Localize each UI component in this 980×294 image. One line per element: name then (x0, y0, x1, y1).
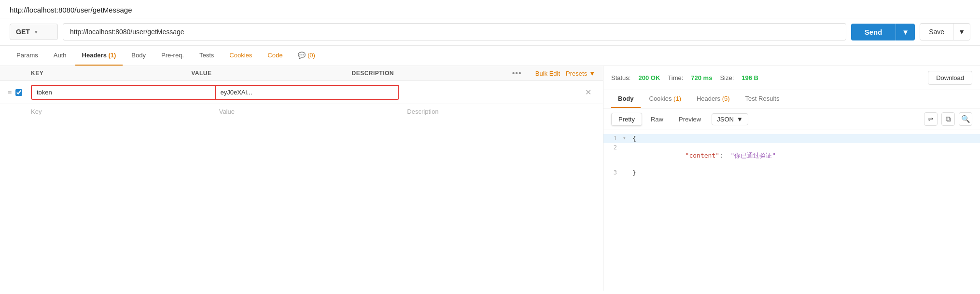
size-label: Size: (720, 74, 734, 81)
tab-headers[interactable]: Headers (1) (75, 46, 123, 66)
tab-auth[interactable]: Auth (47, 46, 73, 66)
tab-message[interactable]: 💬 (0) (291, 46, 322, 66)
response-tab-bar: Body Cookies (1) Headers (5) Test Result… (603, 90, 980, 108)
resp-tab-body[interactable]: Body (611, 90, 641, 108)
tab-code[interactable]: Code (261, 46, 289, 66)
resp-tab-cookies[interactable]: Cookies (1) (643, 90, 688, 108)
presets-button[interactable]: Presets ▼ (566, 70, 595, 77)
save-label: Save (920, 24, 953, 40)
cookies-badge: (1) (673, 95, 681, 102)
header-item-row: ≡ ✕ (0, 81, 603, 104)
message-count: (0) (308, 52, 315, 59)
code-line-3: 3 } (603, 168, 980, 177)
resp-tab-headers[interactable]: Headers (5) (690, 90, 737, 108)
presets-chevron-icon: ▼ (589, 70, 595, 77)
col-dots-spacer: ••• (512, 69, 532, 78)
wrap-icon[interactable]: ⇌ (924, 112, 938, 126)
download-button[interactable]: Download (928, 71, 972, 85)
code-line-1: 1 ▾ { (603, 134, 980, 143)
more-options-icon[interactable]: ••• (512, 69, 522, 77)
response-code-view: 1 ▾ { 2 "content": "你已通过验证" 3 } (603, 130, 980, 291)
collapse-arrow-icon[interactable]: ▾ (623, 135, 630, 141)
response-status-bar: Status: 200 OK Time: 720 ms Size: 196 B … (603, 66, 980, 90)
resp-headers-badge: (5) (722, 95, 730, 102)
toolbar-icons: ⇌ ⧉ 🔍 (924, 112, 972, 126)
method-chevron-icon: ▼ (34, 29, 39, 35)
line-number-2: 2 (603, 144, 623, 151)
line-number-1: 1 (603, 135, 623, 142)
save-dropdown-icon[interactable]: ▼ (953, 24, 970, 40)
drag-handle-icon[interactable]: ≡ (8, 89, 12, 96)
tab-params[interactable]: Params (10, 46, 45, 66)
bulk-edit-button[interactable]: Bulk Edit (535, 70, 560, 77)
size-value: 196 B (742, 74, 758, 81)
empty-header-row: Key Value Description (0, 104, 603, 119)
response-panel: Status: 200 OK Time: 720 ms Size: 196 B … (603, 66, 980, 291)
copy-content-icon: ⧉ (946, 115, 951, 123)
url-bar: http://localhost:8080/user/getMessage (0, 0, 980, 18)
url-input[interactable] (63, 23, 846, 40)
code-content-3: } (630, 169, 980, 176)
empty-key-placeholder[interactable]: Key (31, 108, 219, 115)
search-glyph-icon: 🔍 (961, 115, 970, 123)
code-line-2: 2 "content": "你已通过验证" (603, 143, 980, 168)
request-row: GET ▼ Send ▼ Save ▼ (0, 18, 980, 46)
send-button[interactable]: Send ▼ (851, 24, 915, 40)
format-bar: Pretty Raw Preview JSON ▼ ⇌ ⧉ 🔍 (603, 108, 980, 130)
line-number-3: 3 (603, 169, 623, 176)
headers-badge: (1) (108, 52, 116, 59)
main-content: KEY VALUE DESCRIPTION ••• Bulk Edit Pres… (0, 66, 980, 291)
empty-value-placeholder[interactable]: Value (219, 108, 407, 115)
resp-tab-test-results[interactable]: Test Results (739, 90, 786, 108)
header-key-input[interactable] (32, 86, 215, 99)
tab-body[interactable]: Body (125, 46, 153, 66)
raw-button[interactable]: Raw (644, 113, 670, 125)
format-label: JSON (717, 116, 734, 123)
code-content-2: "content": "你已通过验证" (630, 144, 980, 167)
send-label: Send (851, 24, 896, 40)
tab-cookies[interactable]: Cookies (223, 46, 259, 66)
header-description-cell (405, 90, 581, 95)
status-value: 200 OK (638, 74, 660, 81)
tab-prereq[interactable]: Pre-req. (154, 46, 191, 66)
request-tab-bar: Params Auth Headers (1) Body Pre-req. Te… (0, 46, 980, 66)
format-selector[interactable]: JSON ▼ (712, 113, 748, 125)
check-area: ≡ (8, 89, 31, 96)
url-display: http://localhost:8080/user/getMessage (10, 6, 132, 14)
tab-tests[interactable]: Tests (193, 46, 221, 66)
send-dropdown-icon[interactable]: ▼ (896, 24, 915, 40)
code-content-1: { (630, 135, 980, 142)
format-chevron-icon: ▼ (737, 116, 743, 123)
headers-editor: KEY VALUE DESCRIPTION ••• Bulk Edit Pres… (0, 66, 603, 291)
header-value-input[interactable] (215, 86, 399, 99)
method-selector[interactable]: GET ▼ (10, 24, 58, 40)
time-value: 720 ms (691, 74, 712, 81)
column-headers: KEY VALUE DESCRIPTION ••• Bulk Edit Pres… (0, 66, 603, 81)
key-column-header: KEY (31, 70, 191, 77)
description-column-header: DESCRIPTION (352, 70, 512, 77)
message-icon: 💬 (298, 52, 306, 59)
pretty-button[interactable]: Pretty (611, 113, 642, 126)
search-icon[interactable]: 🔍 (959, 112, 972, 126)
empty-desc-placeholder[interactable]: Description (407, 108, 595, 115)
method-label: GET (16, 28, 30, 36)
preview-button[interactable]: Preview (672, 113, 708, 125)
copy-icon[interactable]: ⧉ (941, 112, 955, 126)
time-label: Time: (668, 74, 683, 81)
value-column-header: VALUE (191, 70, 351, 77)
wrap-lines-icon: ⇌ (928, 115, 934, 123)
status-label: Status: (611, 74, 630, 81)
header-delete-icon[interactable]: ✕ (581, 88, 595, 97)
save-button[interactable]: Save ▼ (920, 23, 970, 40)
row-checkbox[interactable] (15, 89, 22, 96)
